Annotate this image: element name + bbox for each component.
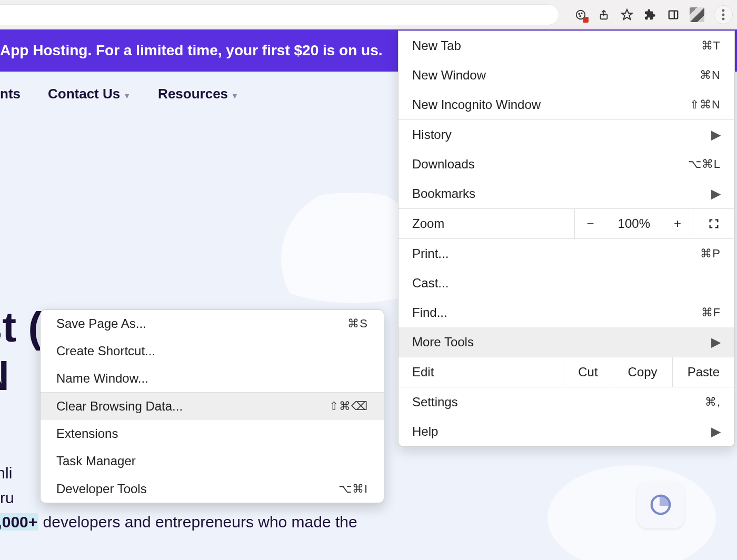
menu-zoom: Zoom − 100% +	[399, 209, 734, 238]
submenu-arrow-icon: ▶	[711, 335, 721, 349]
star-icon[interactable]	[620, 8, 634, 22]
extensions-icon[interactable]	[643, 8, 657, 22]
submenu-arrow-icon: ▶	[711, 424, 721, 439]
submenu-developer-tools[interactable]: Developer Tools⌥⌘I	[41, 475, 384, 503]
zoom-in-button[interactable]: +	[662, 209, 693, 238]
menu-new-tab[interactable]: New Tab⌘T	[399, 31, 734, 61]
more-tools-submenu: Save Page As...⌘S Create Shortcut... Nam…	[40, 309, 384, 503]
pie-widget-icon[interactable]	[637, 481, 684, 528]
browser-toolbar	[0, 0, 737, 29]
submenu-task-manager[interactable]: Task Manager	[41, 447, 384, 475]
side-panel-icon[interactable]	[666, 8, 680, 22]
profile-avatar[interactable]	[690, 7, 704, 22]
nav-item-contact[interactable]: Contact Us▼	[48, 86, 131, 102]
zoom-label: Zoom	[399, 209, 574, 238]
svg-point-10	[722, 17, 725, 20]
chrome-menu-button[interactable]	[714, 5, 733, 24]
nav-item-resources[interactable]: Resources▼	[158, 86, 238, 102]
svg-point-8	[722, 9, 725, 12]
svg-point-1	[579, 13, 580, 14]
submenu-arrow-icon: ▶	[711, 127, 721, 142]
menu-edit-row: Edit Cut Copy Paste	[399, 357, 734, 387]
menu-cast[interactable]: Cast...	[399, 268, 734, 298]
svg-rect-6	[669, 11, 678, 18]
svg-point-2	[581, 13, 582, 14]
menu-bookmarks[interactable]: Bookmarks▶	[399, 179, 734, 208]
submenu-extensions[interactable]: Extensions	[41, 420, 384, 447]
submenu-name-window[interactable]: Name Window...	[41, 365, 384, 392]
share-icon[interactable]	[597, 8, 611, 22]
chrome-main-menu: New Tab⌘T New Window⌘N New Incognito Win…	[398, 31, 735, 447]
fullscreen-button[interactable]	[693, 209, 734, 238]
menu-more-tools[interactable]: More Tools▶	[399, 327, 734, 357]
cut-button[interactable]: Cut	[563, 357, 612, 387]
highlight-count: 55,000+	[0, 513, 38, 531]
menu-settings[interactable]: Settings⌘,	[399, 387, 734, 417]
copy-button[interactable]: Copy	[613, 357, 672, 387]
cloud-decoration	[547, 465, 716, 560]
menu-help[interactable]: Help▶	[399, 417, 734, 446]
zoom-out-button[interactable]: −	[575, 209, 606, 238]
svg-point-0	[576, 10, 585, 19]
edit-label: Edit	[399, 357, 563, 387]
chevron-down-icon: ▼	[123, 92, 131, 100]
svg-point-9	[722, 13, 725, 16]
menu-incognito[interactable]: New Incognito Window⇧⌘N	[399, 90, 734, 119]
menu-downloads[interactable]: Downloads⌥⌘L	[399, 149, 734, 179]
submenu-arrow-icon: ▶	[711, 186, 721, 201]
submenu-clear-browsing-data[interactable]: Clear Browsing Data...⇧⌘⌫	[41, 393, 384, 420]
submenu-save-page[interactable]: Save Page As...⌘S	[41, 310, 384, 337]
hero-heading: st ( N	[0, 303, 42, 400]
address-bar[interactable]	[0, 4, 559, 25]
menu-history[interactable]: History▶	[399, 120, 734, 149]
menu-new-window[interactable]: New Window⌘N	[399, 61, 734, 90]
menu-find[interactable]: Find...⌘F	[399, 298, 734, 327]
zoom-level: 100%	[606, 209, 662, 238]
submenu-create-shortcut[interactable]: Create Shortcut...	[41, 337, 384, 365]
svg-point-3	[580, 15, 581, 16]
nav-item-partial[interactable]: nts	[0, 86, 21, 102]
chevron-down-icon: ▼	[231, 92, 238, 100]
svg-marker-5	[622, 9, 632, 19]
cookies-blocked-icon[interactable]	[574, 8, 587, 22]
paste-button[interactable]: Paste	[672, 357, 734, 387]
menu-print[interactable]: Print...⌘P	[399, 239, 734, 268]
